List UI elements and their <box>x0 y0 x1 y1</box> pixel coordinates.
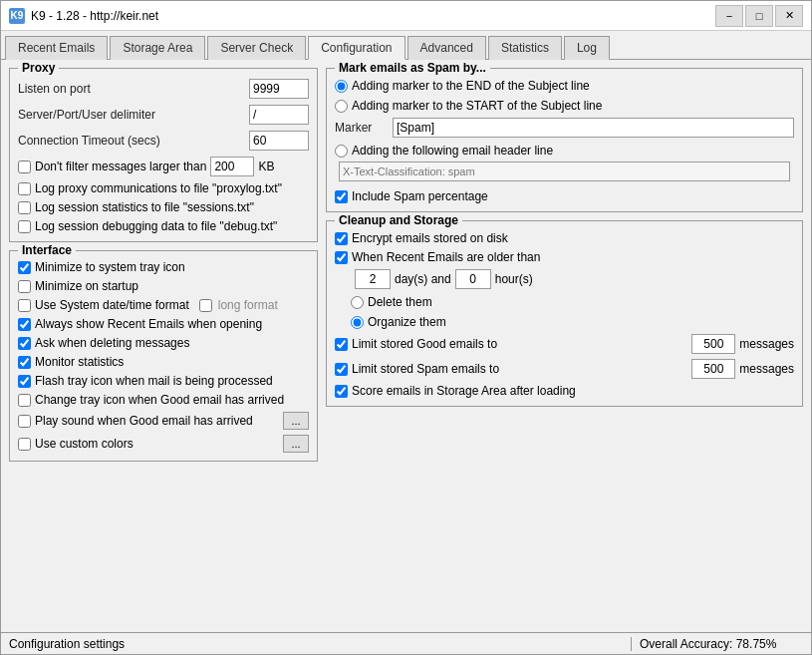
flash-tray-checkbox[interactable] <box>18 375 31 388</box>
limit-good-checkbox[interactable] <box>335 338 348 351</box>
filter-label: Don't filter messages larger than <box>35 160 206 173</box>
ask-deleting-checkbox[interactable] <box>18 337 31 350</box>
app-icon: K9 <box>9 8 25 24</box>
status-left: Configuration settings <box>1 637 632 651</box>
delimiter-input[interactable] <box>249 105 309 125</box>
end-subject-row: Adding marker to the END of the Subject … <box>335 79 794 93</box>
tabs-bar: Recent Emails Storage Area Server Check … <box>1 31 811 60</box>
tab-recent-emails[interactable]: Recent Emails <box>5 36 108 60</box>
long-format-label: long format <box>218 298 278 312</box>
tab-storage-area[interactable]: Storage Area <box>110 36 205 60</box>
log-debug-row: Log session debugging data to file "debu… <box>18 219 309 233</box>
end-subject-label: Adding marker to the END of the Subject … <box>352 79 590 93</box>
custom-colors-checkbox[interactable] <box>18 438 31 451</box>
change-tray-checkbox[interactable] <box>18 394 31 407</box>
monitor-stats-checkbox[interactable] <box>18 356 31 369</box>
start-subject-radio[interactable] <box>335 100 348 113</box>
proxy-group: Proxy Listen on port Server/Port/User de… <box>9 68 318 242</box>
mark-spam-title: Mark emails as Spam by... <box>335 61 490 75</box>
cleanup-title: Cleanup and Storage <box>335 213 462 227</box>
header-value-input[interactable] <box>339 162 790 181</box>
always-show-row: Always show Recent Emails when opening <box>18 317 309 331</box>
log-debug-label: Log session debugging data to file "debu… <box>35 219 277 233</box>
delete-them-radio[interactable] <box>351 296 364 309</box>
days-input[interactable] <box>355 269 391 289</box>
long-format-checkbox[interactable] <box>199 299 212 312</box>
log-debug-checkbox[interactable] <box>18 220 31 233</box>
play-sound-row: Play sound when Good email has arrived .… <box>18 412 309 430</box>
score-emails-checkbox[interactable] <box>335 385 348 398</box>
limit-spam-row: Limit stored Spam emails to messages <box>335 359 794 379</box>
log-proxy-row: Log proxy communications to file "proxyl… <box>18 181 309 195</box>
listen-port-input[interactable] <box>249 79 309 99</box>
header-line-radio[interactable] <box>335 145 348 158</box>
log-proxy-checkbox[interactable] <box>18 182 31 195</box>
monitor-stats-label: Monitor statistics <box>35 355 124 369</box>
mark-spam-group: Mark emails as Spam by... Adding marker … <box>326 68 803 212</box>
delete-them-label: Delete them <box>368 295 432 309</box>
title-controls: − □ ✕ <box>715 5 803 27</box>
filter-row: Don't filter messages larger than KB <box>18 157 309 176</box>
tab-server-check[interactable]: Server Check <box>207 36 306 60</box>
change-tray-label: Change tray icon when Good email has arr… <box>35 393 284 407</box>
older-than-checkbox[interactable] <box>335 251 348 264</box>
flash-tray-label: Flash tray icon when mail is being proce… <box>35 374 273 388</box>
day-hour-row: day(s) and hour(s) <box>335 269 794 289</box>
use-system-date-row: Use System date/time format long format <box>18 298 309 312</box>
log-session-checkbox[interactable] <box>18 201 31 214</box>
close-button[interactable]: ✕ <box>775 5 803 27</box>
always-show-checkbox[interactable] <box>18 318 31 331</box>
right-column: Mark emails as Spam by... Adding marker … <box>326 68 803 624</box>
log-proxy-label: Log proxy communications to file "proxyl… <box>35 181 282 195</box>
main-content: Proxy Listen on port Server/Port/User de… <box>1 60 811 632</box>
encrypt-checkbox[interactable] <box>335 232 348 245</box>
limit-good-input[interactable] <box>691 334 735 354</box>
interface-title: Interface <box>18 243 76 257</box>
minimize-tray-checkbox[interactable] <box>18 261 31 274</box>
custom-colors-browse-button[interactable]: ... <box>283 435 309 453</box>
tab-advanced[interactable]: Advanced <box>407 36 486 60</box>
organize-them-radio[interactable] <box>351 316 364 329</box>
tab-statistics[interactable]: Statistics <box>488 36 562 60</box>
marker-input[interactable] <box>393 118 794 138</box>
encrypt-label: Encrypt emails stored on disk <box>352 231 508 245</box>
change-tray-row: Change tray icon when Good email has arr… <box>18 393 309 407</box>
include-percentage-checkbox[interactable] <box>335 190 348 203</box>
cleanup-group: Cleanup and Storage Encrypt emails store… <box>326 220 803 407</box>
play-sound-label: Play sound when Good email has arrived <box>35 414 279 428</box>
tab-log[interactable]: Log <box>564 36 610 60</box>
minimize-startup-checkbox[interactable] <box>18 280 31 293</box>
marker-row: Marker <box>335 118 794 138</box>
maximize-button[interactable]: □ <box>745 5 773 27</box>
timeout-input[interactable] <box>249 131 309 151</box>
hours-input[interactable] <box>455 269 491 289</box>
include-percentage-row: Include Spam percentage <box>335 189 794 203</box>
include-percentage-label: Include Spam percentage <box>352 189 488 203</box>
older-than-label: When Recent Emails are older than <box>352 250 540 264</box>
proxy-title: Proxy <box>18 61 59 75</box>
filter-checkbox[interactable] <box>18 161 31 173</box>
end-subject-radio[interactable] <box>335 80 348 93</box>
minimize-button[interactable]: − <box>715 5 743 27</box>
ask-deleting-label: Ask when deleting messages <box>35 336 189 350</box>
filter-input[interactable] <box>210 157 254 176</box>
play-sound-browse-button[interactable]: ... <box>283 412 309 430</box>
score-emails-label: Score emails in Storage Area after loadi… <box>352 384 576 398</box>
listen-port-row: Listen on port <box>18 79 309 99</box>
limit-spam-label: Limit stored Spam emails to <box>352 362 687 376</box>
minimize-startup-row: Minimize on startup <box>18 279 309 293</box>
tab-configuration[interactable]: Configuration <box>308 36 405 60</box>
always-show-label: Always show Recent Emails when opening <box>35 317 262 331</box>
timeout-row: Connection Timeout (secs) <box>18 131 309 151</box>
minimize-tray-label: Minimize to system tray icon <box>35 260 185 274</box>
encrypt-row: Encrypt emails stored on disk <box>335 231 794 245</box>
limit-good-row: Limit stored Good emails to messages <box>335 334 794 354</box>
limit-spam-input[interactable] <box>691 359 735 379</box>
organize-them-row: Organize them <box>335 315 794 329</box>
limit-spam-checkbox[interactable] <box>335 363 348 376</box>
hours-label: hour(s) <box>495 272 533 286</box>
use-system-date-checkbox[interactable] <box>18 299 31 312</box>
left-column: Proxy Listen on port Server/Port/User de… <box>9 68 318 624</box>
main-window: K9 K9 - 1.28 - http://keir.net − □ ✕ Rec… <box>0 0 812 655</box>
play-sound-checkbox[interactable] <box>18 415 31 428</box>
